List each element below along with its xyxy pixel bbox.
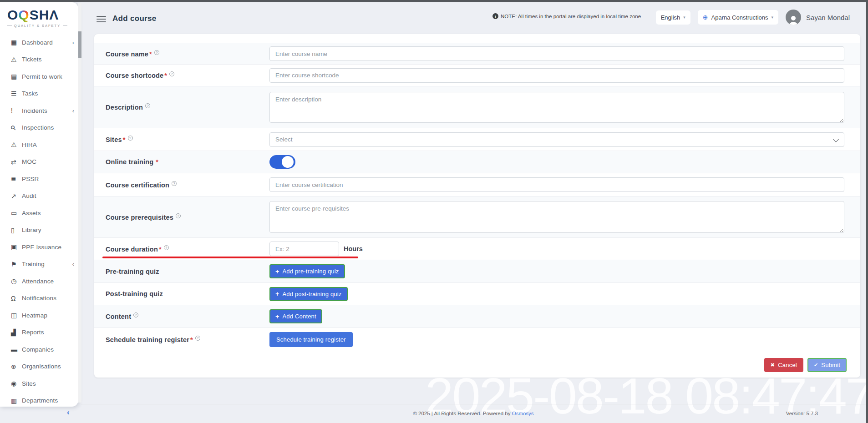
sidebar-scrollbar-track[interactable] (78, 3, 81, 403)
course-name-input[interactable] (269, 46, 844, 61)
schedule-training-register-button[interactable]: Schedule training register (269, 332, 353, 347)
sites-select-value[interactable] (269, 132, 844, 147)
course-duration-input[interactable] (269, 242, 339, 256)
help-icon[interactable]: ? (154, 50, 159, 55)
sidebar-item-label: Tasks (22, 90, 38, 97)
sidebar-item[interactable]: ▬ Companies (0, 341, 78, 358)
timezone-note-text: NOTE: All times in the portal are displa… (501, 14, 641, 19)
sidebar-item[interactable]: ⊕ Organisations (0, 358, 78, 375)
hamburger-menu-icon[interactable] (96, 14, 106, 24)
course-shortcode-input[interactable] (269, 68, 844, 83)
top-header: Add course i NOTE: All times in the port… (78, 2, 866, 33)
sidebar-item-label: Companies (22, 346, 54, 353)
field-label: Course duration*? (106, 245, 269, 253)
sidebar-item[interactable]: ▤ Permit to work (0, 68, 78, 86)
help-icon[interactable]: ? (164, 245, 169, 250)
organisation-label: Aparna Constructions (711, 14, 768, 21)
version-label: Version: 5.7.3 (786, 411, 818, 416)
sidebar-menu: ▦ Dashboard ‹ ⚠ Tickets ▤ Permit to work… (0, 34, 78, 409)
sidebar-item[interactable]: ▭ Assets (0, 205, 78, 222)
x-icon: ✖ (771, 362, 775, 368)
plus-icon: + (275, 268, 279, 275)
sidebar-item-icon: ▣ (11, 243, 22, 251)
sidebar-item[interactable]: ▦ Dashboard ‹ (0, 34, 78, 51)
sidebar-item-label: MOC (22, 158, 36, 165)
sidebar-item-label: Organisations (22, 363, 61, 370)
sidebar-item[interactable]: ▣ PPE Issuance (0, 239, 78, 256)
footer: © 2025 | All Rights Reserved. Powered by… (81, 404, 866, 423)
course-certification-input[interactable] (269, 177, 844, 192)
sidebar-item[interactable]: ⚠ HIRA (0, 136, 78, 154)
sidebar-item-label: Tickets (22, 56, 42, 63)
sidebar-item[interactable]: ⚲ Inspections (0, 119, 78, 136)
chevron-left-icon: ‹ (72, 107, 74, 114)
required-asterisk: * (164, 72, 167, 79)
sidebar-item[interactable]: ◷ Attendance (0, 273, 78, 290)
logo-text: OQSHΛ (7, 8, 78, 22)
sidebar-item[interactable]: Ω Notifications (0, 290, 78, 307)
field-label: Course prerequisites? (106, 213, 269, 221)
add-post-training-quiz-button[interactable]: +Add post-training quiz (269, 287, 348, 301)
sidebar-item-label: Inspections (22, 124, 54, 131)
form-row-course-prerequisites: Course prerequisites? (94, 196, 860, 238)
sidebar-item[interactable]: ! Incidents ‹ (0, 102, 78, 120)
help-icon[interactable]: ? (128, 136, 133, 141)
sidebar-item-icon: ▟ (11, 329, 22, 336)
sidebar-item[interactable]: ⚑ Training ‹ (0, 256, 78, 273)
sidebar-item-icon: ⚲ (11, 124, 22, 131)
sidebar-item-label: Dashboard (22, 39, 53, 46)
sidebar-item-label: Assets (22, 210, 41, 217)
cancel-button[interactable]: ✖Cancel (764, 358, 803, 372)
field-label: Course certification? (106, 181, 269, 189)
sidebar-item[interactable]: ▥ Departments (0, 392, 78, 409)
sidebar-item-icon: ⊕ (11, 363, 22, 370)
app-logo: OQSHΛ QUALITY & SAFETY (0, 2, 78, 28)
description-textarea[interactable] (269, 92, 844, 123)
help-icon[interactable]: ? (133, 312, 138, 317)
annotation-underline (102, 257, 358, 258)
help-icon[interactable]: ? (169, 71, 174, 76)
help-icon[interactable]: ? (172, 181, 177, 186)
sidebar-item-icon: ⚠ (11, 56, 22, 63)
field-label: Online training* (106, 158, 269, 166)
sidebar-item-icon: ! (11, 107, 22, 114)
sidebar-item[interactable]: ☰ Tasks (0, 85, 78, 102)
sidebar-item[interactable]: ▯ Library (0, 222, 78, 239)
page-scrollbar-rail[interactable] (866, 0, 868, 423)
user-menu[interactable]: Sayan Mondal (786, 10, 850, 25)
add-pre-training-quiz-button[interactable]: +Add pre-training quiz (269, 264, 345, 278)
sidebar-item-label: Library (22, 227, 41, 233)
sidebar-item-label: Training (22, 261, 45, 267)
submit-button[interactable]: ✔Submit (807, 358, 847, 372)
sites-select[interactable] (269, 132, 844, 147)
plus-icon: + (275, 313, 279, 320)
add-course-form-card: Course name*? Course shortcode*? Descrip… (94, 34, 860, 378)
sidebar-item[interactable]: ▟ Reports (0, 324, 78, 341)
logo-tagline: QUALITY & SAFETY (7, 24, 67, 28)
course-prerequisites-textarea[interactable] (269, 201, 844, 233)
sidebar-collapse-button[interactable]: ‹ (67, 408, 70, 417)
language-dropdown[interactable]: English ▾ (656, 10, 690, 25)
timezone-note: i NOTE: All times in the portal are disp… (492, 13, 641, 19)
sidebar-item[interactable]: ◉ Sites (0, 375, 78, 393)
sidebar-scrollbar-thumb[interactable] (78, 31, 81, 58)
sidebar-item[interactable]: ≣ PSSR (0, 171, 78, 188)
add-content-button[interactable]: +Add Content (269, 309, 322, 323)
help-icon[interactable]: ? (145, 103, 150, 108)
field-label: Schedule training register*? (106, 336, 269, 343)
online-training-toggle[interactable] (269, 155, 295, 169)
info-icon: i (492, 13, 498, 19)
help-icon[interactable]: ? (176, 213, 181, 218)
field-label: Pre-training quiz (106, 268, 269, 275)
globe-icon: ⊕ (703, 14, 708, 21)
osmosys-link[interactable]: Osmosys (512, 411, 534, 416)
user-name: Sayan Mondal (806, 14, 850, 21)
sidebar-item[interactable]: ◫ Heatmap (0, 307, 78, 324)
sidebar-item[interactable]: ⇄ MOC (0, 153, 78, 171)
sidebar-item[interactable]: ⚠ Tickets (0, 51, 78, 68)
help-icon[interactable]: ? (195, 336, 200, 341)
sidebar-item-icon: ↗ (11, 192, 22, 200)
organisation-dropdown[interactable]: ⊕ Aparna Constructions ▾ (698, 10, 778, 25)
sidebar-item[interactable]: ↗ Audit (0, 187, 78, 205)
sidebar-item-icon: ⚑ (11, 261, 22, 268)
